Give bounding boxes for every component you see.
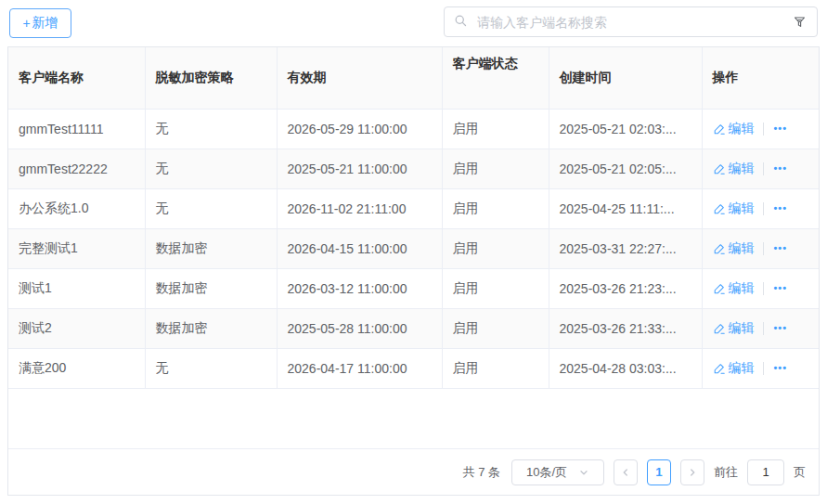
created-cell: 2025-04-28 03:03:... [549, 348, 702, 388]
prev-page-button[interactable] [614, 459, 638, 485]
policy-cell: 数据加密 [145, 308, 277, 348]
status-cell: 启用 [442, 109, 549, 149]
column-header-policy: 脱敏加密策略 [145, 47, 277, 109]
table-header-row: 客户端名称 脱敏加密策略 有效期 客户端状态 创建时间 操作 [8, 47, 819, 109]
action-divider [763, 282, 764, 295]
more-actions-button[interactable]: ••• [772, 123, 790, 134]
column-header-created: 创建时间 [549, 47, 702, 109]
add-button-label: 新增 [32, 15, 58, 32]
client-name-cell: gmmTest22222 [8, 149, 145, 188]
validity-cell: 2026-05-29 11:00:00 [277, 109, 442, 149]
created-cell: 2025-05-21 02:03:... [549, 109, 702, 149]
filter-funnel-icon[interactable] [791, 13, 808, 31]
column-header-client-name: 客户端名称 [8, 47, 145, 109]
policy-cell: 无 [145, 348, 277, 388]
edit-label: 编辑 [729, 200, 755, 217]
action-divider [763, 322, 764, 335]
validity-cell: 2025-05-28 11:00:00 [277, 308, 442, 348]
created-cell: 2025-04-25 11:11:... [549, 188, 702, 228]
client-name-cell: 完整测试1 [8, 228, 145, 268]
validity-cell: 2026-11-02 21:11:00 [277, 188, 442, 228]
action-divider [763, 123, 764, 136]
policy-cell: 数据加密 [145, 228, 277, 268]
more-actions-button[interactable]: ••• [772, 363, 790, 373]
search-icon [454, 14, 468, 31]
actions-cell: 编辑 ••• [702, 149, 819, 188]
page-size-value: 10条/页 [526, 464, 567, 481]
actions-cell: 编辑 ••• [702, 228, 819, 268]
column-header-validity: 有效期 [277, 47, 442, 109]
chevron-left-icon [620, 467, 631, 478]
goto-page-input[interactable] [747, 459, 784, 485]
edit-label: 编辑 [729, 121, 755, 137]
actions-cell: 编辑 ••• [702, 308, 819, 348]
created-cell: 2025-03-26 21:33:... [549, 308, 702, 348]
action-divider [763, 202, 764, 215]
client-name-cell: gmmTest11111 [8, 109, 145, 149]
search-input[interactable] [475, 14, 783, 31]
actions-cell: 编辑 ••• [702, 188, 819, 228]
edit-pen-icon [713, 282, 726, 295]
more-actions-button[interactable]: ••• [772, 323, 790, 333]
toolbar: + 新增 [0, 0, 827, 46]
next-page-button[interactable] [680, 459, 704, 485]
edit-button[interactable]: 编辑 [713, 240, 755, 257]
edit-pen-icon [713, 202, 726, 215]
created-cell: 2025-03-31 22:27:... [549, 228, 702, 268]
edit-pen-icon [713, 242, 726, 255]
status-cell: 启用 [442, 308, 549, 348]
status-cell: 启用 [442, 268, 549, 308]
actions-cell: 编辑 ••• [702, 348, 819, 388]
edit-button[interactable]: 编辑 [713, 360, 755, 377]
edit-label: 编辑 [729, 360, 755, 377]
more-actions-button[interactable]: ••• [772, 163, 790, 174]
edit-label: 编辑 [729, 240, 755, 257]
edit-button[interactable]: 编辑 [713, 320, 755, 337]
action-divider [763, 242, 764, 255]
status-cell: 启用 [442, 149, 549, 188]
plus-icon: + [22, 16, 30, 31]
created-cell: 2025-03-26 21:23:... [549, 268, 702, 308]
policy-cell: 无 [145, 188, 277, 228]
search-box [444, 6, 818, 37]
table-row: 完整测试1 数据加密 2026-04-15 11:00:00 启用 2025-0… [8, 228, 819, 268]
created-cell: 2025-05-21 02:05:... [549, 149, 702, 188]
client-table: 客户端名称 脱敏加密策略 有效期 客户端状态 创建时间 操作 gmmTest11… [8, 47, 819, 389]
page-unit-label: 页 [794, 464, 806, 481]
add-client-button[interactable]: + 新增 [9, 8, 71, 38]
edit-label: 编辑 [729, 320, 755, 337]
page-number-1[interactable]: 1 [647, 459, 671, 485]
more-actions-button[interactable]: ••• [772, 243, 790, 253]
edit-button[interactable]: 编辑 [713, 161, 755, 177]
validity-cell: 2026-04-15 11:00:00 [277, 228, 442, 268]
more-actions-button[interactable]: ••• [772, 203, 790, 213]
edit-button[interactable]: 编辑 [713, 280, 755, 297]
validity-cell: 2025-05-21 11:00:00 [277, 149, 442, 188]
actions-cell: 编辑 ••• [702, 268, 819, 308]
edit-label: 编辑 [729, 280, 755, 297]
action-divider [763, 162, 764, 175]
validity-cell: 2026-04-17 11:00:00 [277, 348, 442, 388]
edit-pen-icon [713, 162, 726, 175]
more-actions-button[interactable]: ••• [772, 283, 790, 293]
policy-cell: 数据加密 [145, 268, 277, 308]
edit-label: 编辑 [729, 161, 755, 177]
edit-pen-icon [713, 362, 726, 375]
total-count-label: 共 7 条 [463, 464, 500, 481]
chevron-right-icon [687, 467, 698, 478]
page-size-select[interactable]: 10条/页 [511, 459, 604, 485]
client-table-card: 客户端名称 脱敏加密策略 有效期 客户端状态 创建时间 操作 gmmTest11… [7, 46, 820, 496]
table-row: gmmTest11111 无 2026-05-29 11:00:00 启用 20… [8, 109, 819, 149]
table-header: 客户端名称 脱敏加密策略 有效期 客户端状态 创建时间 操作 [8, 47, 819, 109]
column-header-status: 客户端状态 [442, 47, 549, 109]
status-cell: 启用 [442, 348, 549, 388]
actions-cell: 编辑 ••• [702, 109, 819, 149]
edit-button[interactable]: 编辑 [713, 200, 755, 217]
edit-button[interactable]: 编辑 [713, 121, 755, 137]
edit-pen-icon [713, 322, 726, 335]
policy-cell: 无 [145, 149, 277, 188]
chevron-down-icon [578, 467, 589, 478]
table-body: gmmTest11111 无 2026-05-29 11:00:00 启用 20… [8, 109, 819, 388]
validity-cell: 2026-03-12 11:00:00 [277, 268, 442, 308]
table-row: gmmTest22222 无 2025-05-21 11:00:00 启用 20… [8, 149, 819, 188]
